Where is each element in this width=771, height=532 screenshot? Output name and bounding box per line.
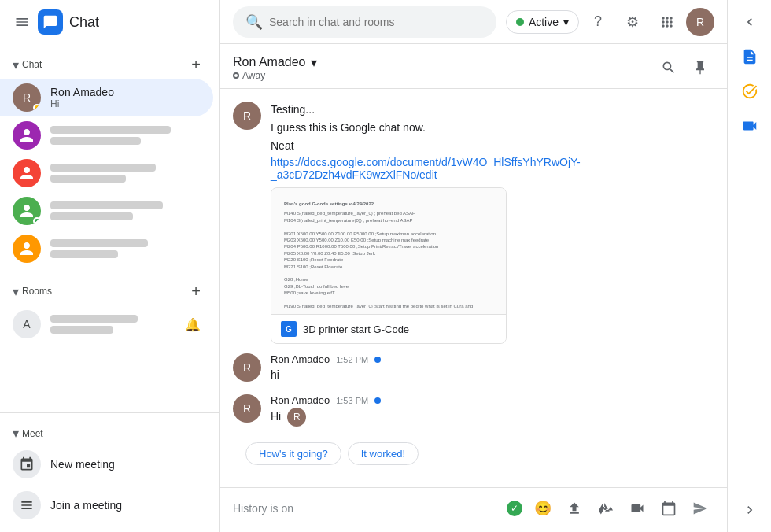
- main-area: 🔍 Active ▾ ? ⚙ R Ron Amadeo ▾: [220, 0, 727, 532]
- google-tasks-side-icon[interactable]: [734, 76, 765, 107]
- send-button[interactable]: [686, 494, 714, 523]
- room-avatar-a: A: [13, 310, 41, 338]
- chat-item-ron-amadeo[interactable]: R Ron Amadeo Hi: [0, 79, 213, 116]
- avatar-blurred-3: [13, 197, 41, 225]
- app-title: Chat: [69, 14, 99, 31]
- user-avatar[interactable]: R: [686, 8, 714, 36]
- expand-right-icon[interactable]: [734, 494, 765, 526]
- online-dot-3: [374, 397, 381, 404]
- message-content-2: Ron Amadeo 1:52 PM hi: [271, 353, 714, 385]
- message-input-field[interactable]: History is on ✓: [233, 501, 522, 516]
- join-meeting-icon: [13, 491, 41, 519]
- meet-section-header[interactable]: ▾ Meet: [0, 419, 219, 444]
- input-bar: History is on ✓ 😊: [220, 487, 727, 532]
- doc-card[interactable]: Plan's good G-code settings v 4/24/2022 …: [271, 187, 507, 344]
- message-text-Hi: Hi: [271, 408, 281, 425]
- contact-name-button[interactable]: Ron Amadeo ▾: [233, 55, 655, 70]
- app-logo: [38, 9, 63, 35]
- new-meeting-button[interactable]: New meeting: [0, 444, 213, 485]
- hamburger-icon[interactable]: [13, 13, 31, 31]
- message-group-2: R Ron Amadeo 1:52 PM hi: [233, 353, 714, 385]
- chat-info-ron: Ron Amadeo Hi: [50, 86, 201, 109]
- suggestion-chip-1[interactable]: How's it going?: [245, 442, 341, 465]
- sidebar-header: Chat: [0, 0, 219, 44]
- message-text-testing: Testing...: [271, 102, 714, 118]
- avatar-blurred-1: [13, 121, 41, 150]
- status-dot: [33, 217, 41, 225]
- message-group-1: R Testing... I guess this is Google chat…: [233, 102, 714, 344]
- message-content-3: Ron Amadeo 1:53 PM Hi R: [271, 394, 714, 427]
- rooms-chevron-icon: ▾: [13, 284, 19, 299]
- room-item-a[interactable]: A 🔔: [0, 305, 213, 343]
- settings-icon[interactable]: ⚙: [617, 6, 648, 38]
- sender-avatar-3: R: [233, 394, 261, 423]
- chat-header-icons: [655, 54, 714, 82]
- meet-section: ▾ Meet New meeting Join a meeting: [0, 412, 219, 532]
- upload-icon[interactable]: [560, 494, 588, 523]
- search-input[interactable]: [269, 16, 484, 28]
- chat-item-blurred-2[interactable]: [0, 154, 213, 192]
- contact-dropdown-icon[interactable]: ▾: [311, 55, 317, 70]
- new-meeting-icon: [13, 450, 41, 478]
- message-sender-3: Ron Amadeo: [271, 394, 330, 406]
- chat-contact-info: Ron Amadeo ▾ Away: [233, 55, 655, 81]
- chat-item-blurred-3[interactable]: [0, 192, 213, 230]
- topbar-icons: Active ▾ ? ⚙ R: [506, 6, 714, 38]
- status-dropdown-icon: ▾: [563, 16, 569, 28]
- calendar-icon[interactable]: [655, 494, 683, 523]
- message-time-2: 1:52 PM: [336, 355, 368, 364]
- away-circle-icon: [233, 72, 239, 79]
- chat-header: Ron Amadeo ▾ Away: [220, 44, 727, 89]
- doc-footer: G 3D printer start G-Code: [271, 314, 506, 343]
- apps-icon[interactable]: [651, 6, 683, 38]
- rooms-section-title: ▾ Rooms: [13, 284, 52, 299]
- sender-avatar-2: R: [233, 353, 261, 382]
- message-link-doc[interactable]: https://docs.google.com/document/d/1vW4O…: [271, 156, 581, 181]
- message-text-hi: hi: [271, 367, 714, 383]
- input-icons: 😊: [529, 494, 714, 523]
- chat-section-header[interactable]: ▾ Chat +: [0, 47, 219, 79]
- message-time-3: 1:53 PM: [336, 396, 368, 405]
- chat-search-icon[interactable]: [655, 54, 683, 82]
- suggestion-chips: How's it going? It worked!: [233, 436, 714, 471]
- suggestion-chip-2[interactable]: It worked!: [348, 442, 419, 465]
- message-header-3: Ron Amadeo 1:53 PM: [271, 394, 714, 406]
- message-text-neat: Neat: [271, 138, 714, 154]
- doc-file-icon: G: [281, 321, 297, 337]
- emoji-reaction[interactable]: R: [287, 408, 306, 427]
- rooms-section: ▾ Rooms + A 🔔: [0, 271, 219, 346]
- chat-chevron-icon: ▾: [13, 57, 19, 72]
- history-on-badge: ✓: [507, 501, 522, 516]
- chat-add-button[interactable]: +: [185, 54, 207, 76]
- rooms-section-header[interactable]: ▾ Rooms +: [0, 274, 219, 305]
- search-icon: 🔍: [245, 13, 263, 31]
- status-button[interactable]: Active ▾: [506, 10, 579, 34]
- rooms-add-button[interactable]: +: [185, 280, 207, 302]
- drive-icon[interactable]: [592, 494, 620, 523]
- room-bell-icon[interactable]: 🔔: [185, 317, 201, 332]
- join-meeting-button[interactable]: Join a meeting: [0, 485, 213, 526]
- doc-preview: Plan's good G-code settings v 4/24/2022 …: [271, 188, 506, 314]
- search-bar[interactable]: 🔍: [233, 6, 496, 38]
- chat-item-blurred-4[interactable]: [0, 230, 213, 268]
- doc-preview-title: Plan's good G-code settings v 4/24/2022: [284, 201, 493, 207]
- expand-sidebar-icon[interactable]: [734, 6, 765, 38]
- avatar-ron-amadeo: R: [13, 83, 41, 112]
- contact-name: Ron Amadeo: [233, 55, 306, 69]
- new-meeting-label: New meeting: [50, 458, 115, 471]
- pin-icon[interactable]: [686, 54, 714, 82]
- help-icon[interactable]: ?: [582, 6, 614, 38]
- meet-chevron-icon: ▾: [13, 426, 19, 441]
- doc-preview-content: M140 S(nailed_bed_temperature_layer_0) ;…: [284, 210, 493, 309]
- emoji-picker-icon[interactable]: 😊: [529, 494, 557, 523]
- google-meet-side-icon[interactable]: [734, 110, 765, 142]
- chat-section-title: ▾ Chat: [13, 57, 42, 72]
- chat-item-blurred-1[interactable]: [0, 116, 213, 154]
- sender-avatar-1: R: [233, 102, 261, 130]
- video-call-icon[interactable]: [623, 494, 651, 523]
- chat-section: ▾ Chat + R Ron Amadeo Hi: [0, 44, 219, 271]
- avatar-blurred-2: [13, 159, 41, 187]
- google-docs-side-icon[interactable]: [734, 41, 765, 72]
- messages-area: R Testing... I guess this is Google chat…: [220, 89, 727, 487]
- status-green-dot: [516, 18, 524, 26]
